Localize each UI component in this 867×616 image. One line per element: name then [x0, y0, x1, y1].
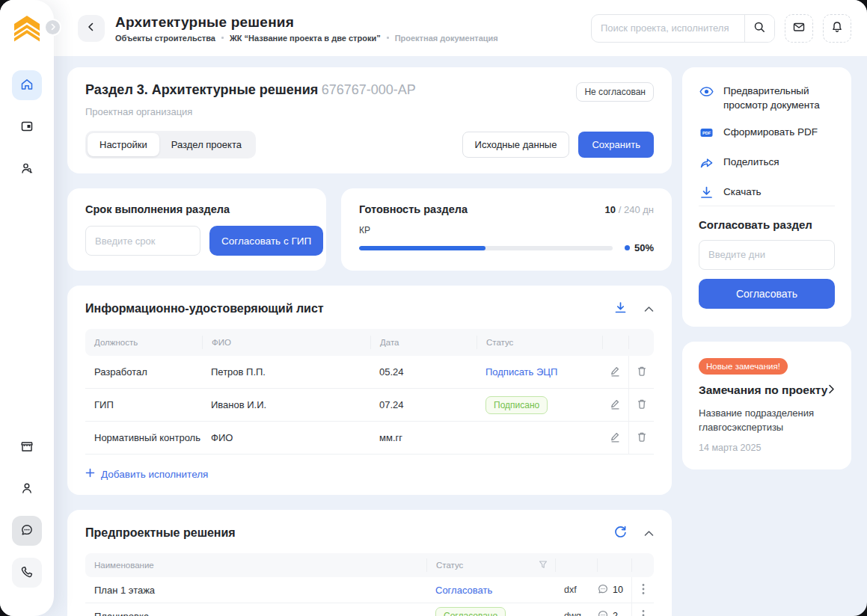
predesign-table-header: Наименование Статус: [85, 553, 654, 577]
kebab-menu-icon: [642, 583, 645, 597]
breadcrumb-separator: [221, 37, 224, 39]
deadline-title: Срок выполнения раздела: [85, 203, 308, 215]
source-data-button[interactable]: Исходные данные: [462, 132, 570, 158]
chevron-left-icon: [86, 22, 96, 34]
cell-status: Подписать ЭЦП: [477, 366, 602, 378]
refresh-button[interactable]: [613, 525, 628, 541]
remarks-date: 14 марта 2025: [699, 443, 835, 453]
approve-button[interactable]: Согласовать: [699, 279, 835, 309]
predesign-card: Предпроектные решения Наименование: [67, 510, 672, 616]
sidebar-item-store[interactable]: [12, 432, 42, 462]
back-button[interactable]: [78, 15, 105, 42]
cell-status: Подписано: [477, 396, 602, 414]
readiness-card: Готовность раздела 10 / 240 дн КР 50%: [341, 188, 672, 271]
tab-project-section[interactable]: Раздел проекта: [159, 133, 254, 156]
search-icon: [753, 21, 766, 36]
chevron-up-icon: [644, 528, 654, 539]
download-iul-button[interactable]: [613, 301, 628, 317]
cell-name: План 1 этажа: [85, 585, 426, 596]
remarks-link[interactable]: Замечания по проекту: [699, 384, 835, 397]
cell-position: Разработал: [85, 366, 202, 378]
pencil-icon: [609, 365, 622, 380]
edit-button[interactable]: [609, 365, 622, 380]
approve-with-gip-button[interactable]: Согласовать с ГИП: [209, 226, 323, 256]
trash-icon: [636, 365, 648, 380]
pencil-icon: [609, 431, 622, 446]
column-header: [628, 336, 654, 349]
approve-days-input[interactable]: [699, 240, 835, 270]
breadcrumb-item[interactable]: Объекты строительства: [115, 34, 215, 43]
pencil-icon: [609, 398, 622, 413]
cell-position: ГИП: [85, 399, 202, 410]
search-button[interactable]: [744, 14, 774, 43]
collapse-predesign-button[interactable]: [644, 528, 654, 539]
cell-name: Иванов И.И.: [202, 399, 370, 410]
chevron-right-icon: [828, 384, 835, 397]
breadcrumb: Объекты строительства ЖК “Название проек…: [115, 34, 498, 43]
preview-document-button[interactable]: Предварительный просмотр документа: [699, 84, 835, 113]
table-row: План 1 этажа Согласовать dxf 10: [85, 577, 654, 603]
row-menu-button[interactable]: [642, 583, 645, 597]
sidebar-item-profile[interactable]: [12, 474, 42, 504]
cell-position: Нормативный контроль: [85, 432, 202, 443]
days-counter: 10 / 240 дн: [605, 204, 654, 215]
mail-button[interactable]: [785, 14, 813, 43]
pdf-icon: PDF: [699, 125, 714, 143]
readiness-progress-fill: [359, 246, 485, 250]
download-icon: [613, 301, 628, 317]
collapse-iul-button[interactable]: [644, 304, 654, 315]
delete-button[interactable]: [636, 365, 648, 380]
trash-icon: [636, 398, 648, 413]
filter-icon[interactable]: [539, 560, 548, 570]
remarks-card: Новые замечания! Замечания по проекту На…: [682, 342, 851, 469]
status-action-link[interactable]: Подписать ЭЦП: [485, 366, 557, 378]
table-row: ГИП Иванов И.И. 07.24 Подписано: [85, 389, 654, 422]
top-bar: Архитектурные решения Объекты строительс…: [0, 0, 867, 56]
edit-button[interactable]: [609, 431, 622, 446]
storefront-icon: [19, 439, 34, 456]
percent-dot-icon: [625, 245, 630, 250]
download-section-button[interactable]: Скачать: [699, 185, 762, 203]
save-button[interactable]: Сохранить: [578, 132, 654, 158]
iul-title: Информационно-удостоверяющий лист: [85, 302, 324, 315]
iul-card: Информационно-удостоверяющий лист Должно…: [67, 286, 672, 495]
sidebar-expand-button[interactable]: [44, 19, 61, 36]
deadline-input[interactable]: [85, 226, 200, 256]
eye-icon: [699, 84, 714, 102]
iul-table-header: Должность ФИО Дата Статус: [85, 329, 654, 356]
status-action-link[interactable]: Согласовать: [435, 585, 492, 596]
cell-comments[interactable]: 10: [597, 583, 631, 597]
comment-icon: [597, 609, 609, 616]
edit-button[interactable]: [609, 398, 622, 413]
readiness-percent: 50%: [625, 242, 654, 253]
trash-icon: [636, 431, 648, 446]
notifications-button[interactable]: [823, 14, 851, 43]
search-input[interactable]: [592, 22, 744, 34]
download-icon: [699, 185, 714, 203]
predesign-table: Наименование Статус План 1 этажа Согласо…: [85, 553, 654, 616]
column-header: [631, 558, 654, 572]
column-header: Наименование: [85, 558, 426, 572]
company-logo[interactable]: [10, 12, 43, 45]
section-header-card: Раздел 3. Архитектурные решения 676767-0…: [67, 67, 672, 173]
tab-settings[interactable]: Настройки: [88, 133, 159, 156]
add-executor-button[interactable]: Добавить исполнителя: [85, 468, 208, 480]
generate-pdf-button[interactable]: PDF Сформировать PDF: [699, 125, 818, 143]
row-menu-button[interactable]: [642, 609, 645, 616]
sidebar-item-projects[interactable]: [12, 112, 42, 142]
sidebar-item-chat[interactable]: [12, 516, 42, 546]
breadcrumb-item-current: Проектная документация: [395, 34, 498, 43]
breadcrumb-item[interactable]: ЖК “Название проекта в две строки”: [230, 34, 381, 43]
sidebar-item-phone[interactable]: [12, 558, 42, 588]
panel-card-icon: [19, 119, 34, 136]
svg-text:PDF: PDF: [702, 131, 711, 135]
share-button[interactable]: Поделиться: [699, 155, 779, 173]
share-icon: [699, 155, 714, 173]
sidebar-item-access[interactable]: [12, 154, 42, 184]
sidebar-item-home[interactable]: [12, 70, 42, 100]
delete-button[interactable]: [636, 398, 648, 413]
delete-button[interactable]: [636, 431, 648, 446]
readiness-title: Готовность раздела: [359, 203, 468, 215]
plus-icon: [85, 468, 95, 480]
cell-comments[interactable]: 2: [597, 609, 631, 616]
